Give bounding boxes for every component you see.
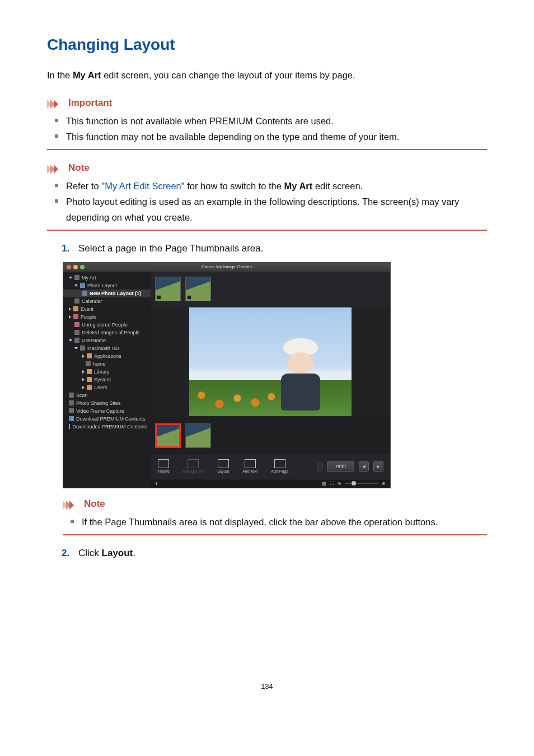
divider bbox=[63, 534, 487, 535]
tool-add-text[interactable]: Add Text bbox=[242, 459, 257, 473]
step-2: 2. Click Layout. bbox=[62, 548, 487, 559]
minimize-icon[interactable] bbox=[73, 265, 78, 269]
print-button[interactable]: Print bbox=[327, 461, 354, 472]
chevrons-icon bbox=[63, 500, 79, 508]
note-heading: Note bbox=[47, 162, 487, 174]
important-item: This function is not available when PREM… bbox=[64, 113, 487, 129]
page-title: Changing Layout bbox=[47, 36, 487, 54]
sidebar-item[interactable]: My Art bbox=[63, 274, 151, 282]
sidebar-item[interactable]: Library bbox=[63, 368, 151, 376]
divider bbox=[47, 149, 487, 150]
step-1: 1. Select a page in the Page Thumbnails … bbox=[62, 243, 487, 254]
note-item: If the Page Thumbnails area is not displ… bbox=[79, 514, 487, 530]
app-screenshot: Canon My Image Garden My Art Photo Layou… bbox=[63, 262, 391, 488]
step-text: Select a page in the Page Thumbnails are… bbox=[78, 243, 263, 254]
next-button[interactable]: ► bbox=[373, 461, 383, 472]
sidebar-item[interactable]: Downloaded PREMIUM Contents bbox=[63, 423, 151, 431]
tray-thumb[interactable] bbox=[185, 277, 211, 301]
step-number: 2. bbox=[62, 548, 73, 559]
page-thumb[interactable] bbox=[185, 423, 211, 448]
sidebar-item[interactable]: Applications bbox=[63, 352, 151, 360]
sidebar-item[interactable]: People bbox=[63, 313, 151, 321]
sidebar-item[interactable]: Macintosh HD bbox=[63, 344, 151, 352]
sidebar-item[interactable]: Photo Layout bbox=[63, 282, 151, 290]
chevrons-icon bbox=[47, 164, 64, 172]
step-text: Click Layout. bbox=[78, 548, 135, 559]
sidebar-item[interactable]: UserName bbox=[63, 337, 151, 344]
note-item: Refer to "My Art Edit Screen" for how to… bbox=[64, 178, 487, 194]
step-number: 1. bbox=[62, 243, 73, 254]
sidebar-item[interactable]: Event bbox=[63, 305, 151, 313]
sidebar-item[interactable]: Video Frame Capture bbox=[63, 407, 151, 415]
sidebar-item[interactable]: Calendar bbox=[63, 297, 151, 305]
sidebar-item[interactable]: Unregistered People bbox=[63, 321, 151, 329]
tool-layout[interactable]: Layout bbox=[217, 459, 229, 473]
edit-canvas[interactable] bbox=[151, 306, 390, 417]
sidebar-item-selected[interactable]: New Photo Layout (1) bbox=[63, 290, 151, 297]
sidebar-item[interactable]: System bbox=[63, 376, 151, 384]
tool-theme[interactable]: Theme bbox=[157, 459, 170, 473]
note-item: Photo layout editing is used as an examp… bbox=[64, 194, 487, 225]
note-list: Refer to "My Art Edit Screen" for how to… bbox=[47, 178, 487, 225]
window-title: Canon My Image Garden bbox=[202, 264, 252, 269]
spinner-icon[interactable] bbox=[317, 463, 322, 470]
window-titlebar: Canon My Image Garden bbox=[63, 263, 390, 272]
zoom-control[interactable]: ▦ ⛶ ⊖⊕ bbox=[322, 481, 386, 486]
tool-add-page[interactable]: Add Page bbox=[271, 459, 288, 473]
tool-background: Background bbox=[183, 459, 204, 473]
note-heading: Note bbox=[63, 498, 487, 510]
image-tray bbox=[151, 272, 390, 306]
close-icon[interactable] bbox=[67, 265, 71, 269]
divider bbox=[47, 230, 487, 231]
page-number: 134 bbox=[47, 682, 487, 690]
sidebar-item[interactable]: Photo Sharing Sites bbox=[63, 399, 151, 407]
intro-paragraph: In the My Art edit screen, you can chang… bbox=[47, 68, 487, 83]
photo-preview bbox=[189, 307, 352, 416]
sidebar-item[interactable]: Scan bbox=[63, 391, 151, 399]
view-icon[interactable]: ▦ bbox=[322, 481, 326, 486]
sidebar: My Art Photo Layout New Photo Layout (1)… bbox=[63, 272, 151, 488]
note-list: If the Page Thumbnails area is not displ… bbox=[63, 514, 487, 530]
important-list: This function is not available when PREM… bbox=[47, 113, 487, 144]
status-page-number: 1 bbox=[155, 481, 157, 486]
status-bar: 1 ▦ ⛶ ⊖⊕ bbox=[151, 479, 390, 488]
link-my-art-edit-screen[interactable]: My Art Edit Screen bbox=[105, 181, 181, 191]
sidebar-item[interactable]: Users bbox=[63, 384, 151, 391]
fullscreen-icon[interactable]: ⛶ bbox=[330, 481, 334, 486]
chevrons-icon bbox=[47, 99, 64, 108]
page-thumbnails bbox=[151, 417, 390, 454]
page-thumb-selected[interactable] bbox=[155, 423, 181, 448]
sidebar-item[interactable]: Deleted Images of People bbox=[63, 329, 151, 337]
tray-thumb[interactable] bbox=[155, 277, 181, 301]
important-item: This function may not be available depen… bbox=[64, 129, 487, 144]
sidebar-item[interactable]: Download PREMIUM Contents bbox=[63, 415, 151, 423]
prev-button[interactable]: ◄ bbox=[359, 461, 369, 472]
sidebar-item[interactable]: home bbox=[63, 360, 151, 368]
zoom-icon[interactable] bbox=[80, 265, 85, 269]
toolbar: Theme Background Layout Add Text Add Pag… bbox=[151, 454, 390, 479]
important-heading: Important bbox=[47, 97, 487, 109]
